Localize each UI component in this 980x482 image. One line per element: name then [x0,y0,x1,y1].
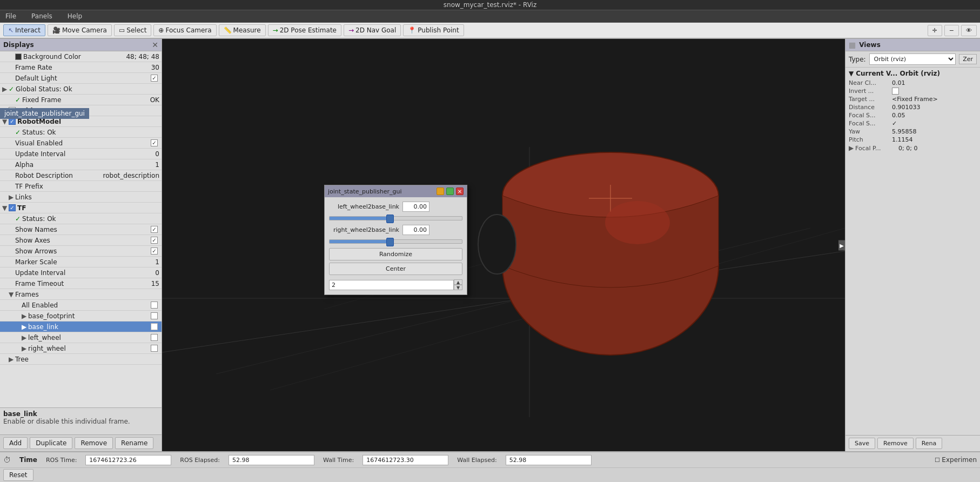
randomize-button[interactable]: Randomize [329,248,462,260]
add-button[interactable]: Add [3,437,28,449]
pose-estimate-button[interactable]: → 2D Pose Estimate [268,24,341,36]
experiment-checkbox[interactable]: ☐ [935,457,940,464]
move-camera-button[interactable]: 🎥 Move Camera [48,24,112,36]
left-wheel-value-input[interactable] [402,202,429,212]
frame-rate-value: 30 [151,64,159,71]
tf-prefix-label: TF Prefix [15,183,159,190]
marker-scale-value: 1 [155,258,159,266]
invert-row: Invert ... [849,88,977,95]
show-arrows-label: Show Arrows [15,247,151,255]
rename-view-button[interactable]: Rena [916,438,943,449]
right-wheel-slider-thumb[interactable] [386,238,394,246]
ros-time-input[interactable] [85,455,171,465]
expand-frames-icon[interactable]: ▼ [9,291,15,298]
measure-button[interactable]: 📏 Measure [219,24,266,36]
expand-current-icon[interactable]: ▼ [849,70,854,77]
invert-label: Invert ... [849,88,892,95]
invert-checkbox[interactable] [892,88,899,95]
show-axes-row: Show Axes [0,235,162,246]
show-axes-label: Show Axes [15,237,151,244]
left-wheel-slider-thumb[interactable] [386,215,394,223]
alpha-row: Alpha 1 [0,159,162,170]
remove-button[interactable]: Remove [75,437,113,449]
wall-elapsed-input[interactable] [506,455,592,465]
default-light-checkbox[interactable] [151,75,158,82]
base-link-checkbox[interactable] [151,323,158,330]
show-names-checkbox[interactable] [151,226,158,233]
show-axes-checkbox[interactable] [151,237,158,244]
select-button[interactable]: ▭ Select [114,24,151,36]
expand-tf-icon[interactable]: ▼ [2,204,9,212]
expand-arrow-icon[interactable]: ▶ [2,85,9,93]
spinner-down-button[interactable]: ▼ [454,285,462,290]
menu-panels[interactable]: Panels [28,11,56,21]
wall-time-input[interactable] [363,455,448,465]
expand-focal-p-icon[interactable]: ▶ [849,144,855,152]
spinner-input[interactable] [329,280,454,290]
displays-scroll[interactable]: Background Color 48; 48; 48 Frame Rate 3… [0,51,162,407]
zoom-out-button[interactable]: − [944,25,959,36]
publish-point-button[interactable]: 📍 Publish Point [403,24,464,36]
spinner-up-button[interactable]: ▲ [454,279,462,285]
left-wheel-row: ▶ left_wheel [0,332,162,343]
pitch-label: Pitch [849,136,892,143]
reset-button[interactable]: Reset [3,469,33,481]
menu-help[interactable]: Help [64,11,85,21]
dialog-maximize-button[interactable] [446,188,454,195]
visual-enabled-label: Visual Enabled [15,139,151,147]
rename-button[interactable]: Rename [115,437,153,449]
update-interval-value: 0 [155,150,159,158]
focus-camera-button[interactable]: ⊕ Focus Camera [153,24,216,36]
views-zero-button[interactable]: Zer [959,54,977,64]
distance-row: Distance 0.901033 [849,104,977,111]
crosshair-button[interactable]: ✛ [928,25,942,36]
tooltip-popup: joint_state_publisher_gui [0,108,89,119]
interact-button[interactable]: ↖ Interact [3,24,45,36]
expand-base-footprint-icon[interactable]: ▶ [22,312,28,320]
expand-links-icon[interactable]: ▶ [9,193,15,201]
left-wheel-slider-row: left_wheel2base_link [329,202,462,212]
displays-panel-close[interactable]: ✕ [152,41,158,49]
expand-tree-icon[interactable]: ▶ [9,356,15,363]
views-bottom-btns: Save Remove Rena [845,435,980,451]
show-arrows-checkbox[interactable] [151,247,158,255]
reset-row: Reset [0,467,980,482]
dialog-minimize-button[interactable] [437,188,444,195]
expand-left-wheel-icon[interactable]: ▶ [22,334,28,342]
displays-btn-row: Add Duplicate Remove Rename [0,434,162,451]
menu-file[interactable]: File [2,11,19,21]
right-wheel-slider-track[interactable] [329,239,462,244]
base-footprint-checkbox[interactable] [151,312,158,319]
expand-right-wheel-icon[interactable]: ▶ [22,345,28,352]
expand-base-link-icon[interactable]: ▶ [22,323,28,331]
right-wheel-value-input[interactable] [402,225,429,235]
dialog-close-button[interactable]: ✕ [456,188,464,195]
save-view-button[interactable]: Save [849,438,875,449]
camera-view-button[interactable]: 👁 [961,25,977,36]
focal-p-label: Focal P... [855,145,898,152]
views-current-header: ▼ Current V... Orbit (rviz) [849,70,977,77]
tf-checkbox[interactable] [9,204,16,211]
left-wheel-slider-track[interactable] [329,216,462,220]
frame-timeout-label: Frame Timeout [15,280,149,287]
fixed-frame-value: OK [150,96,159,104]
center-button[interactable]: Center [329,263,462,275]
dialog-titlebar[interactable]: joint_state_publisher_gui ✕ [325,185,467,197]
left-wheel-checkbox[interactable] [151,334,158,341]
base-link-row[interactable]: ▶ base_link [0,322,162,332]
show-names-row: Show Names [0,224,162,235]
experiment-text: Experimen [942,456,977,464]
duplicate-button[interactable]: Duplicate [30,437,72,449]
all-enabled-checkbox[interactable] [151,302,158,309]
visual-enabled-checkbox[interactable] [151,139,158,146]
right-wheel-checkbox[interactable] [151,345,158,352]
ros-elapsed-input[interactable] [229,455,314,465]
views-type-select[interactable]: Orbit (rviz) [869,53,956,65]
nav-goal-button[interactable]: → 2D Nav Goal [344,24,401,36]
joint-state-publisher-dialog[interactable]: joint_state_publisher_gui ✕ left_wheel2b… [324,185,467,295]
remove-view-button[interactable]: Remove [877,438,914,449]
all-enabled-label: All Enabled [22,302,151,309]
right-edge-arrow[interactable]: ▶ [838,240,845,250]
viewport[interactable]: joint_state_publisher_gui ✕ left_wheel2b… [162,39,845,451]
focal-s2-row: Focal S... ✓ [849,120,977,127]
